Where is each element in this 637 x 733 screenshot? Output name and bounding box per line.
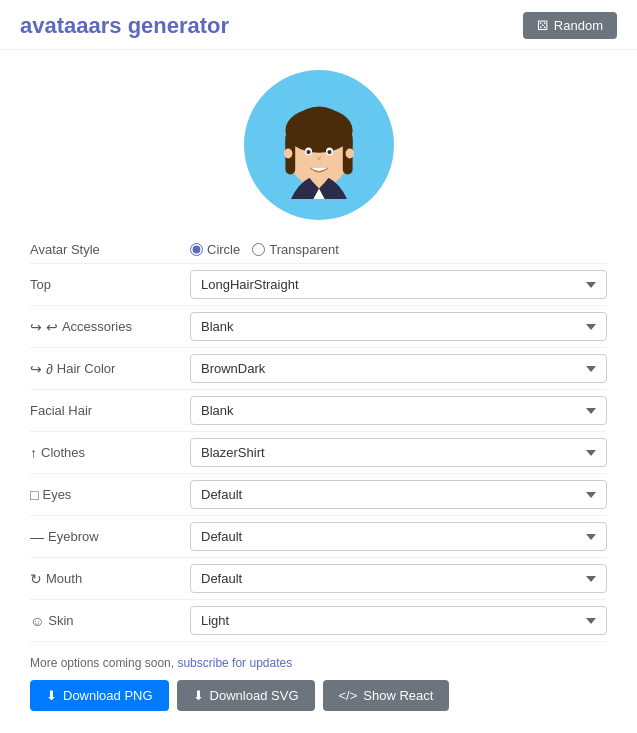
avatar-style-row: Avatar Style Circle Transparent xyxy=(30,236,607,264)
option-label-skin: ☺Skin xyxy=(30,613,190,629)
option-rows: TopLongHairStraightLongHairCurvyShortHai… xyxy=(30,264,607,642)
download-svg-icon: ⬇ xyxy=(193,688,204,703)
option-label-top: Top xyxy=(30,277,190,292)
option-label-text-skin: Skin xyxy=(48,613,73,628)
option-label-eyes: □Eyes xyxy=(30,487,190,503)
radio-transparent-input[interactable] xyxy=(252,243,265,256)
option-label-text-eyes: Eyes xyxy=(42,487,71,502)
action-buttons: ⬇ Download PNG ⬇ Download SVG </> Show R… xyxy=(30,680,607,711)
footer-section: More options coming soon, subscribe for … xyxy=(0,642,637,721)
option-icon-clothes: ↑ xyxy=(30,445,37,461)
option-row-eyes: □EyesCloseCryDefaultDizzyEyeRollHappyHea… xyxy=(30,474,607,516)
option-label-text-top: Top xyxy=(30,277,51,292)
avatar-preview-section xyxy=(0,50,637,236)
option-row-eyebrow: —EyebrowAngryAngryNaturalDefaultDefaultN… xyxy=(30,516,607,558)
option-label-text-mouth: Mouth xyxy=(46,571,82,586)
download-svg-button[interactable]: ⬇ Download SVG xyxy=(177,680,315,711)
option-icon-eyebrow: — xyxy=(30,529,44,545)
download-png-button[interactable]: ⬇ Download PNG xyxy=(30,680,169,711)
show-react-button[interactable]: </> Show React xyxy=(323,680,450,711)
download-png-icon: ⬇ xyxy=(46,688,57,703)
avatar-style-radio-group: Circle Transparent xyxy=(190,242,339,257)
radio-circle-label: Circle xyxy=(207,242,240,257)
option-select-eyes[interactable]: CloseCryDefaultDizzyEyeRollHappyHeartsSi… xyxy=(190,480,607,509)
option-icon-hair_color: ↪ ∂ xyxy=(30,361,53,377)
option-row-facial_hair: Facial HairBlankBeardLightBeardMajesticB… xyxy=(30,390,607,432)
option-label-clothes: ↑Clothes xyxy=(30,445,190,461)
random-icon: ⚄ xyxy=(537,18,548,33)
option-select-facial_hair[interactable]: BlankBeardLightBeardMajesticBeardMediumM… xyxy=(190,396,607,425)
option-row-mouth: ↻MouthConcernedDefaultDisbeliefEatingGri… xyxy=(30,558,607,600)
svg-point-8 xyxy=(306,150,310,154)
svg-point-9 xyxy=(327,150,331,154)
option-select-top[interactable]: LongHairStraightLongHairCurvyShortHairSh… xyxy=(190,270,607,299)
option-row-accessories: ↪ ↩AccessoriesBlankKurtPrescription01Pre… xyxy=(30,306,607,348)
option-select-mouth[interactable]: ConcernedDefaultDisbeliefEatingGrimaceSa… xyxy=(190,564,607,593)
avatar-circle xyxy=(244,70,394,220)
radio-circle-input[interactable] xyxy=(190,243,203,256)
option-icon-eyes: □ xyxy=(30,487,38,503)
option-select-hair_color[interactable]: AuburnBlackBlondeBlondeGoldenBrownBrownD… xyxy=(190,354,607,383)
option-icon-skin: ☺ xyxy=(30,613,44,629)
option-select-clothes[interactable]: BlazerShirtBlazerSweaterCollarSweaterGra… xyxy=(190,438,607,467)
option-label-text-hair_color: Hair Color xyxy=(57,361,116,376)
header: avataaars generator ⚄ Random xyxy=(0,0,637,50)
option-label-mouth: ↻Mouth xyxy=(30,571,190,587)
option-row-hair_color: ↪ ∂Hair ColorAuburnBlackBlondeBlondeGold… xyxy=(30,348,607,390)
option-label-facial_hair: Facial Hair xyxy=(30,403,190,418)
option-row-skin: ☺SkinTannedYellowPaleLightBrownDarkBrown… xyxy=(30,600,607,642)
option-label-accessories: ↪ ↩Accessories xyxy=(30,319,190,335)
option-label-text-accessories: Accessories xyxy=(62,319,132,334)
option-label-text-eyebrow: Eyebrow xyxy=(48,529,99,544)
option-select-accessories[interactable]: BlankKurtPrescription01Prescription02Rou… xyxy=(190,312,607,341)
option-select-eyebrow[interactable]: AngryAngryNaturalDefaultDefaultNaturalFl… xyxy=(190,522,607,551)
option-row-clothes: ↑ClothesBlazerShirtBlazerSweaterCollarSw… xyxy=(30,432,607,474)
random-button[interactable]: ⚄ Random xyxy=(523,12,617,39)
option-label-hair_color: ↪ ∂Hair Color xyxy=(30,361,190,377)
option-label-eyebrow: —Eyebrow xyxy=(30,529,190,545)
radio-transparent[interactable]: Transparent xyxy=(252,242,339,257)
radio-circle[interactable]: Circle xyxy=(190,242,240,257)
option-icon-accessories: ↪ ↩ xyxy=(30,319,58,335)
svg-point-11 xyxy=(345,149,353,159)
more-options-text: More options coming soon, subscribe for … xyxy=(30,656,607,670)
app-title: avataaars generator xyxy=(20,13,229,39)
radio-transparent-label: Transparent xyxy=(269,242,339,257)
option-label-text-facial_hair: Facial Hair xyxy=(30,403,92,418)
option-row-top: TopLongHairStraightLongHairCurvyShortHai… xyxy=(30,264,607,306)
subscribe-link[interactable]: subscribe for updates xyxy=(177,656,292,670)
svg-point-3 xyxy=(285,108,352,153)
options-section: Avatar Style Circle Transparent TopLongH… xyxy=(0,236,637,642)
show-react-icon: </> xyxy=(339,688,358,703)
avatar-style-label: Avatar Style xyxy=(30,242,190,257)
avatar-svg xyxy=(249,80,389,220)
option-label-text-clothes: Clothes xyxy=(41,445,85,460)
option-icon-mouth: ↻ xyxy=(30,571,42,587)
svg-point-10 xyxy=(284,149,292,159)
option-select-skin[interactable]: TannedYellowPaleLightBrownDarkBrownBlack xyxy=(190,606,607,635)
